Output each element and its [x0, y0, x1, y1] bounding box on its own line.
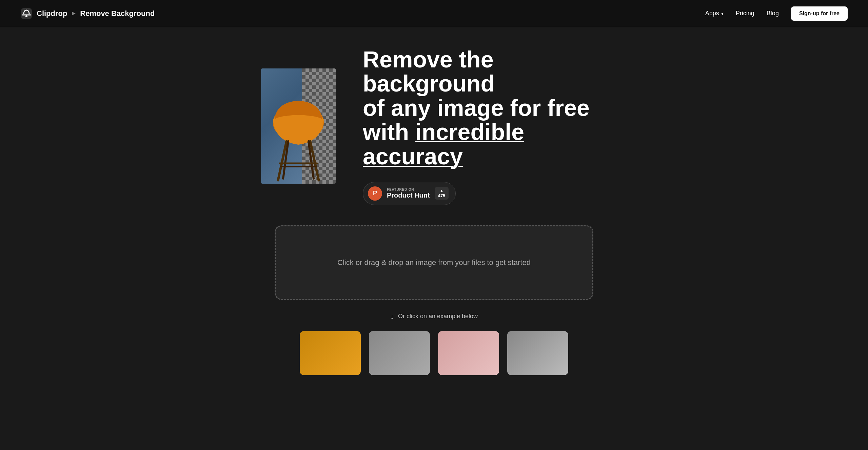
hero-text: Remove the background of any image for f…: [363, 47, 607, 205]
apps-nav-link[interactable]: Apps ▾: [705, 10, 724, 17]
blog-nav-link[interactable]: Blog: [767, 10, 779, 17]
example-thumbnail-4[interactable]: [507, 331, 568, 375]
chevron-down-icon: ▾: [721, 11, 724, 16]
down-arrow-icon: ↓: [390, 312, 394, 321]
chair-image: [261, 68, 336, 184]
chair-svg: [268, 82, 329, 184]
nav-page-title: Remove Background: [80, 9, 155, 18]
hero-heading-line2: of any image for free: [363, 95, 590, 121]
hero-heading: Remove the background of any image for f…: [363, 47, 607, 168]
dropzone-text: Click or drag & drop an image from your …: [337, 258, 531, 267]
upvote-arrow-icon: ▲: [440, 188, 444, 193]
or-section: ↓ Or click on an example below: [0, 312, 868, 321]
product-hunt-name: Product Hunt: [387, 191, 430, 199]
example-thumbnail-3[interactable]: [438, 331, 499, 375]
nav-right: Apps ▾ Pricing Blog Sign-up for free: [705, 6, 848, 21]
vote-count: 475: [438, 193, 446, 198]
navbar: Clipdrop ► Remove Background Apps ▾ Pric…: [0, 0, 868, 27]
dropzone-section: Click or drag & drop an image from your …: [248, 225, 620, 300]
hero-heading-line3-prefix: with: [363, 119, 415, 145]
nav-brand-name: Clipdrop: [37, 9, 67, 18]
example-thumbnail-1[interactable]: [300, 331, 361, 375]
nav-arrow: ►: [71, 10, 77, 17]
clipdrop-logo-icon: [20, 7, 33, 20]
or-text: Or click on an example below: [398, 313, 478, 320]
pricing-nav-link[interactable]: Pricing: [736, 10, 754, 17]
product-hunt-badge[interactable]: P FEATURED ON Product Hunt ▲ 475: [363, 182, 456, 205]
product-hunt-logo: P: [368, 186, 382, 201]
product-hunt-votes: ▲ 475: [435, 187, 449, 200]
product-hunt-featured-label: FEATURED ON: [387, 188, 430, 191]
hero-section: Remove the background of any image for f…: [197, 27, 671, 219]
hero-image-container: [261, 68, 336, 184]
product-hunt-text: FEATURED ON Product Hunt: [387, 188, 430, 199]
signup-button[interactable]: Sign-up for free: [791, 6, 848, 21]
nav-brand[interactable]: Clipdrop ► Remove Background: [37, 9, 155, 18]
thumbnails-row: [197, 331, 671, 395]
example-thumbnail-2[interactable]: [369, 331, 430, 375]
dropzone[interactable]: Click or drag & drop an image from your …: [275, 225, 593, 300]
hero-heading-line1: Remove the background: [363, 46, 495, 96]
nav-left: Clipdrop ► Remove Background: [20, 7, 155, 20]
svg-point-1: [25, 15, 27, 17]
